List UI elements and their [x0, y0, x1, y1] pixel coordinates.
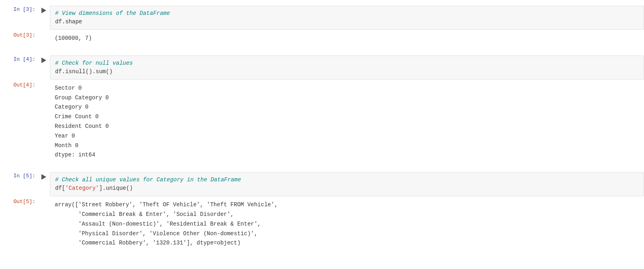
- run-triangle-5: [41, 174, 46, 180]
- in-label-4: In [4]:: [0, 55, 40, 62]
- output-value-3: (100000, 7): [55, 35, 92, 41]
- output-array-line-5: 'Commercial Robbery', '1320.131'], dtype…: [55, 238, 639, 248]
- run-triangle-3: [41, 8, 46, 13]
- run-button-5[interactable]: [40, 173, 47, 181]
- cell-4-code[interactable]: # Check for null values df.isnull().sum(…: [50, 55, 644, 80]
- run-triangle-4: [41, 57, 46, 63]
- cell-4-line-2: df.isnull().sum(): [55, 68, 639, 76]
- output-line-month: Month 0: [55, 141, 639, 151]
- output-line-crime-count: Crime Count 0: [55, 112, 639, 122]
- cell-3-input-row: In [3]: # View dimensions of the DataFra…: [0, 6, 644, 30]
- cell-4-input-row: In [4]: # Check for null values df.isnul…: [0, 55, 644, 80]
- cell-3-code[interactable]: # View dimensions of the DataFrame df.sh…: [50, 6, 644, 30]
- code: df.isnull().sum(): [55, 68, 113, 75]
- output-line-category: Category 0: [55, 103, 639, 112]
- run-button-3[interactable]: [40, 7, 47, 14]
- output-line-dtype: dtype: int64: [55, 150, 639, 160]
- out-label-3: Out[3]:: [0, 31, 40, 38]
- output-array-line-3: 'Assault (Non-domestic)', 'Residential B…: [55, 220, 639, 229]
- cell-4-output: Sector 0 Group Category 0 Category 0 Cri…: [50, 81, 644, 162]
- cell-5-line-1: # Check all unique values for Category i…: [55, 176, 639, 184]
- output-array-line-2: 'Commercial Break & Enter', 'Social Diso…: [55, 210, 639, 220]
- output-line-year: Year 0: [55, 131, 639, 141]
- output-line-resident-count: Resident Count 0: [55, 122, 639, 131]
- cell-5-line-2: df['Category'].unique(): [55, 184, 639, 193]
- code-suffix: ].unique(): [99, 185, 133, 191]
- cell-5: In [5]: # Check all unique values for Ca…: [0, 170, 644, 252]
- code: df.shape: [55, 18, 82, 25]
- cell-4: In [4]: # Check for null values df.isnul…: [0, 54, 644, 164]
- cell-5-output: array(['Street Robbery', 'Theft OF Vehic…: [50, 198, 644, 251]
- cell-3-output-row: Out[3]: (100000, 7): [0, 31, 644, 46]
- cell-4-output-row: Out[4]: Sector 0 Group Category 0 Catego…: [0, 81, 644, 162]
- string-category: 'Category': [65, 185, 99, 191]
- cell-5-code[interactable]: # Check all unique values for Category i…: [50, 172, 644, 196]
- comment: # Check for null values: [55, 60, 133, 66]
- cell-3-line-1: # View dimensions of the DataFrame: [55, 9, 639, 18]
- output-array-line-4: 'Physical Disorder', 'Violence Other (No…: [55, 229, 639, 239]
- cell-3-output: (100000, 7): [50, 31, 644, 46]
- run-button-4[interactable]: [40, 57, 47, 64]
- out-label-5: Out[5]:: [0, 198, 40, 205]
- cell-3: In [3]: # View dimensions of the DataFra…: [0, 4, 644, 47]
- cell-4-line-1: # Check for null values: [55, 59, 639, 68]
- cell-5-input-row: In [5]: # Check all unique values for Ca…: [0, 172, 644, 196]
- code-prefix: df[: [55, 185, 65, 191]
- cell-3-line-2: df.shape: [55, 18, 639, 26]
- in-label-5: In [5]:: [0, 172, 40, 179]
- in-label-3: In [3]:: [0, 6, 40, 12]
- cell-5-output-row: Out[5]: array(['Street Robbery', 'Theft …: [0, 198, 644, 251]
- output-array-line-1: array(['Street Robbery', 'Theft OF Vehic…: [55, 200, 639, 210]
- comment: # Check all unique values for Category i…: [55, 177, 241, 183]
- out-label-4: Out[4]:: [0, 81, 40, 88]
- notebook: In [3]: # View dimensions of the DataFra…: [0, 0, 644, 269]
- comment: # View dimensions of the DataFrame: [55, 10, 170, 16]
- output-line-group-cat: Group Category 0: [55, 93, 639, 103]
- output-line-sector: Sector 0: [55, 84, 639, 93]
